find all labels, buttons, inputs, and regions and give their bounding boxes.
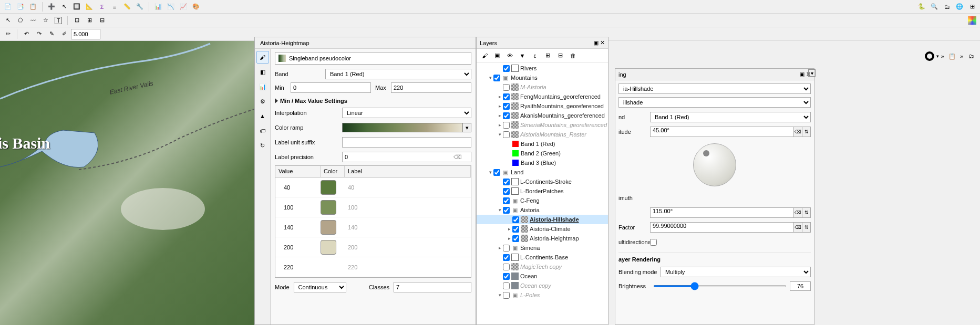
toolbar-icon[interactable]: ➕ (46, 1, 57, 13)
clear-icon[interactable]: ⌫ (453, 154, 462, 161)
bright-slider[interactable] (653, 285, 787, 287)
layer-checkbox[interactable] (503, 282, 510, 289)
toolbar-icon[interactable]: ⊡ (71, 15, 82, 26)
histogram-tab-icon[interactable]: 📊 (256, 80, 269, 93)
layer-checkbox[interactable] (503, 188, 510, 195)
min-input[interactable] (291, 82, 371, 93)
rendering-tab-icon[interactable]: ⚙ (256, 95, 269, 108)
layer-checkbox[interactable] (503, 245, 510, 251)
ruler-icon[interactable]: 📏 (121, 1, 133, 13)
azimuth-input[interactable]: 115.00° (650, 207, 794, 218)
toolbar-icon[interactable]: 📋 (27, 1, 39, 13)
redo-icon[interactable]: ↷ (33, 28, 45, 40)
remove-icon[interactable]: 🗑 (567, 50, 579, 61)
clear-icon[interactable]: ⌫ (794, 127, 802, 137)
color-table-row[interactable]: 100100 (275, 197, 471, 217)
line-icon[interactable]: 〰 (27, 15, 39, 26)
map-canvas[interactable]: is Basin East River Valis (0, 41, 254, 325)
layer-item[interactable]: Ocean (477, 271, 608, 281)
layer-checkbox[interactable] (503, 112, 510, 119)
layer-item[interactable]: MagicTech copy (477, 262, 608, 271)
layer-checkbox[interactable] (503, 207, 510, 214)
band-select[interactable]: Band 1 (Red) (325, 69, 471, 79)
toolbar-icon[interactable]: 🎨 (190, 1, 202, 13)
interp-select[interactable]: Linear (342, 108, 471, 118)
transparency-tab-icon[interactable]: ◧ (256, 66, 269, 78)
layer-item[interactable]: Band 3 (Blue) (477, 158, 608, 167)
layer-item[interactable]: ▸Aistoria-Heightmap (477, 234, 608, 243)
layer-checkbox[interactable] (503, 122, 510, 129)
clear-icon[interactable]: ⌫ (794, 222, 802, 233)
edit-icon[interactable]: ✏ (2, 28, 14, 40)
layer-item[interactable]: ▸SimeriaMountains_georeferenced (477, 120, 608, 130)
layer-item[interactable]: ▸Aistoria-Climate (477, 224, 608, 234)
grid-icon[interactable]: ⊞ (966, 1, 978, 13)
layer-checkbox[interactable] (503, 292, 510, 299)
layer-checkbox[interactable] (503, 273, 510, 280)
toolbar-icon[interactable]: 📋 (946, 50, 958, 62)
toolbar-icon[interactable]: 📈 (178, 1, 189, 13)
close-icon[interactable]: ✕ (600, 39, 605, 46)
globe-icon[interactable]: 🌐 (954, 1, 965, 13)
legend-tab-icon[interactable]: ↻ (256, 139, 269, 152)
layer-checkbox[interactable] (503, 131, 510, 138)
step-icon[interactable]: ⇅ (802, 207, 811, 218)
layer-checkbox[interactable] (503, 197, 510, 204)
layer-item[interactable]: Aistoria-Hillshade (477, 215, 608, 224)
python-icon[interactable]: 🐍 (916, 1, 927, 13)
toolbar-icon[interactable]: 📄 (2, 1, 14, 13)
layer-item[interactable]: ▾Land (477, 167, 608, 177)
layer-item[interactable]: ▸RyaithMountains_georeferenced (477, 101, 608, 111)
visibility-icon[interactable]: 👁 (504, 50, 515, 61)
polygon-icon[interactable]: ⬠ (15, 15, 26, 26)
classes-input[interactable] (394, 282, 471, 292)
layer-item[interactable]: Band 1 (Red) (477, 139, 608, 149)
color-table-row[interactable]: 200200 (275, 237, 471, 257)
toolbar-icon[interactable]: 🔲 (71, 1, 82, 13)
layer-item[interactable]: ▾L-Poles (477, 290, 608, 300)
layer-item[interactable]: Band 2 (Green) (477, 149, 608, 158)
expand-btn[interactable]: ▾ (808, 69, 816, 77)
expr-filter-icon[interactable]: ε (529, 50, 541, 61)
circle-icon[interactable] (925, 51, 934, 61)
layer-checkbox[interactable] (503, 264, 510, 270)
col-color[interactable]: Color (321, 166, 345, 177)
ramp-dropdown[interactable]: ▾ (463, 123, 471, 132)
layer-item[interactable]: L-Continents-Base (477, 253, 608, 262)
toolbar-icon[interactable]: ✐ (58, 28, 70, 40)
azimuth-dial[interactable] (693, 143, 736, 186)
layer-item[interactable]: ▾Aistoria (477, 205, 608, 215)
expand-icon[interactable]: » (941, 53, 944, 59)
layer-select[interactable]: ia-Hillshade (618, 83, 811, 94)
col-value[interactable]: Value (275, 166, 321, 177)
precision-input[interactable] (342, 152, 471, 162)
layer-checkbox[interactable] (493, 75, 500, 81)
layer-checkbox[interactable] (503, 65, 510, 72)
spin-input[interactable] (71, 29, 100, 39)
layer-item[interactable]: ▾AistoriaMountains_Raster (477, 130, 608, 139)
zfactor-input[interactable]: 99.99000000 (650, 222, 794, 233)
sigma-icon[interactable]: Σ (96, 1, 108, 13)
toolbar-icon[interactable]: 📑 (15, 1, 26, 13)
max-input[interactable] (391, 82, 471, 93)
layer-checkbox[interactable] (512, 226, 519, 233)
layer-checkbox[interactable] (512, 235, 519, 242)
toolbar-icon[interactable]: 🔧 (134, 1, 146, 13)
layer-item[interactable]: L-Continents-Stroke (477, 177, 608, 186)
search-icon[interactable]: 🔍 (929, 1, 940, 13)
col-label[interactable]: Label (345, 166, 471, 177)
layer-item[interactable]: Rivers (477, 64, 608, 73)
layer-item[interactable]: ▸FengMountains_georeferenced (477, 92, 608, 101)
layer-checkbox[interactable] (503, 179, 510, 185)
text-icon[interactable]: T (53, 15, 64, 26)
layer-item[interactable]: C-Feng (477, 196, 608, 205)
grid-color-icon[interactable] (966, 15, 978, 26)
add-group-icon[interactable]: ▣ (491, 50, 503, 61)
collapse-icon[interactable]: ⊟ (554, 50, 566, 61)
toolbar-icon[interactable]: 🗂 (965, 50, 977, 62)
layer-item[interactable]: M-Aistoria (477, 82, 608, 92)
layer-item[interactable]: ▸AkanisMountains_georeferenced (477, 111, 608, 120)
symbology-tab-icon[interactable]: 🖌 (256, 51, 269, 64)
expand-icon[interactable]: ⊞ (542, 50, 553, 61)
suffix-input[interactable] (342, 137, 471, 148)
